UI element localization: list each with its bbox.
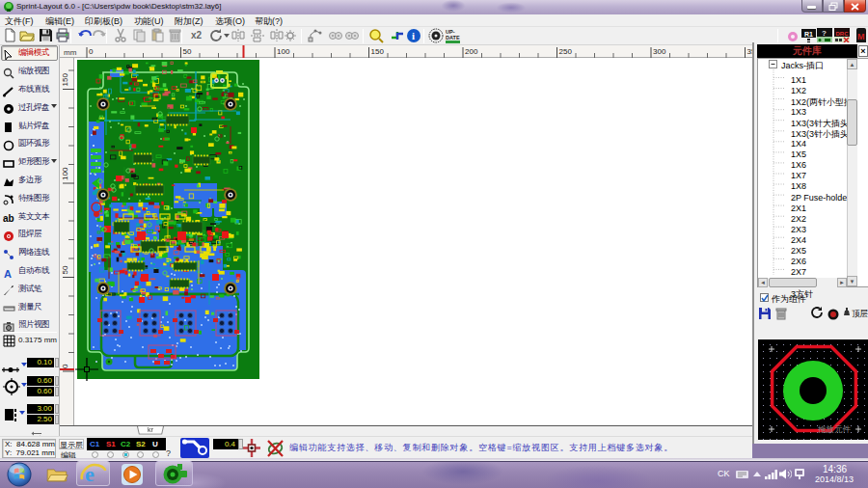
svg-text:150: 150 [61,73,69,87]
svg-text:x2: x2 [191,30,203,41]
svg-text:DATE: DATE [446,35,460,41]
svg-text:0: 0 [89,47,94,56]
svg-text:i: i [412,30,415,41]
svg-text:?: ? [822,29,827,38]
svg-text:300: 300 [653,47,666,56]
svg-text:R1: R1 [804,31,813,38]
svg-text:50: 50 [61,265,69,274]
svg-text:200: 200 [465,47,478,56]
svg-text:50: 50 [183,47,192,56]
svg-text:ab: ab [3,213,14,224]
svg-text:DRC: DRC [836,31,850,37]
svg-text:M: M [857,32,865,41]
svg-text:A: A [4,268,12,279]
svg-text:150: 150 [371,47,385,56]
svg-text:100: 100 [277,47,290,56]
svg-text:250: 250 [559,47,573,56]
svg-text:100: 100 [61,167,69,180]
svg-text:0: 0 [61,364,69,368]
svg-text:拖放元件: 拖放元件 [817,424,852,434]
